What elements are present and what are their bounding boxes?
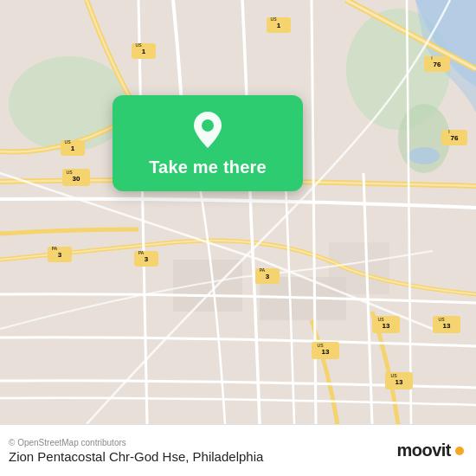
svg-text:US: US	[271, 16, 278, 22]
svg-text:13: 13	[383, 322, 390, 330]
svg-text:US: US	[136, 42, 143, 48]
moovit-dot	[455, 447, 464, 455]
svg-point-4	[408, 147, 440, 164]
svg-point-1	[9, 56, 130, 151]
map-container: 30 US 1 US 1 US 1 US 30 US 76 I 76 I 3 P…	[0, 0, 476, 424]
svg-rect-5	[173, 260, 242, 312]
svg-text:US: US	[67, 170, 74, 175]
place-name: Zion Pentacostal Chr-God Hse, Philadelph…	[9, 449, 263, 464]
svg-text:76: 76	[434, 61, 441, 68]
moovit-wordmark: moovit	[396, 441, 451, 460]
svg-text:13: 13	[443, 322, 451, 330]
svg-text:13: 13	[396, 378, 403, 386]
map-background: 30 US 1 US 1 US 1 US 30 US 76 I 76 I 3 P…	[0, 0, 476, 424]
svg-text:I: I	[448, 129, 449, 134]
svg-text:US: US	[65, 139, 72, 145]
svg-text:PA: PA	[260, 267, 266, 273]
svg-text:PA: PA	[138, 250, 145, 255]
svg-text:US: US	[378, 317, 385, 322]
svg-text:13: 13	[322, 348, 330, 356]
svg-text:1: 1	[277, 22, 281, 29]
take-me-there-popup[interactable]: Take me there	[113, 95, 303, 191]
svg-text:3: 3	[58, 251, 62, 259]
take-me-there-label: Take me there	[149, 158, 267, 177]
map-attribution: © OpenStreetMap contributors	[9, 438, 263, 447]
bottom-bar: © OpenStreetMap contributors Zion Pentac…	[0, 424, 476, 476]
svg-text:1: 1	[142, 48, 146, 55]
svg-text:3: 3	[145, 255, 149, 263]
svg-text:30: 30	[73, 175, 80, 183]
map-pin-icon	[189, 111, 227, 149]
svg-text:PA: PA	[52, 246, 58, 251]
bottom-info: © OpenStreetMap contributors Zion Pentac…	[9, 438, 263, 464]
svg-text:76: 76	[451, 134, 459, 142]
svg-text:3: 3	[266, 273, 270, 280]
svg-text:US: US	[391, 373, 398, 378]
svg-rect-7	[329, 242, 389, 294]
svg-text:US: US	[318, 343, 325, 348]
moovit-logo: moovit	[396, 441, 464, 460]
svg-text:1: 1	[71, 145, 75, 152]
svg-point-50	[202, 119, 214, 132]
svg-text:US: US	[439, 317, 446, 322]
svg-text:I: I	[431, 55, 432, 61]
